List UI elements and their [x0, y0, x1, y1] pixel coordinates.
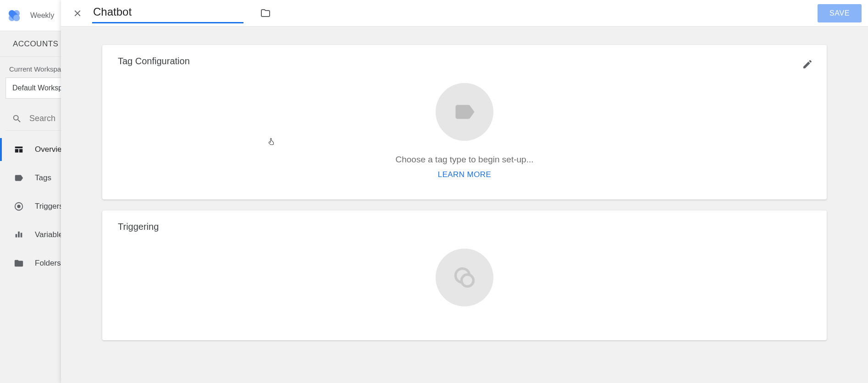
folder-outline-icon — [260, 8, 271, 19]
search-placeholder: Search — [29, 114, 55, 123]
nav-item-label: Folders — [35, 259, 61, 268]
card-title: Triggering — [118, 222, 159, 232]
svg-point-4 — [17, 205, 20, 208]
svg-point-6 — [462, 275, 474, 287]
search-icon — [12, 114, 22, 124]
tag-editor-panel: SAVE Tag Configuration Choose a tag type… — [61, 0, 868, 383]
learn-more-link[interactable]: LEARN MORE — [438, 170, 491, 179]
pencil-icon — [802, 59, 813, 70]
folder-icon — [14, 258, 24, 268]
save-button[interactable]: SAVE — [818, 4, 862, 22]
card-title: Tag Configuration — [118, 56, 190, 67]
close-icon — [72, 8, 83, 18]
trigger-icon — [14, 201, 24, 211]
tag-placeholder-icon — [453, 100, 476, 124]
gtm-logo — [6, 8, 22, 23]
trigger-placeholder-icon-circle — [436, 249, 493, 306]
tag-configuration-card[interactable]: Tag Configuration Choose a tag type to b… — [102, 45, 827, 200]
nav-item-label: Triggers — [35, 202, 63, 211]
edit-button[interactable] — [798, 55, 817, 73]
panel-header: SAVE — [61, 0, 868, 27]
tag-icon — [14, 173, 24, 183]
nav-item-label: Tags — [35, 173, 51, 183]
panel-body: Tag Configuration Choose a tag type to b… — [61, 27, 868, 383]
close-button[interactable] — [67, 3, 88, 23]
app-topbar-title: Weekly — [30, 11, 54, 20]
tag-placeholder-icon-circle — [436, 83, 493, 141]
variables-icon — [14, 230, 24, 240]
tag-config-hint: Choose a tag type to begin set-up... — [395, 155, 533, 165]
tag-name-input[interactable] — [92, 3, 243, 23]
triggering-card[interactable]: Triggering — [102, 211, 827, 340]
folder-button[interactable] — [255, 3, 276, 23]
dashboard-icon — [14, 144, 24, 155]
trigger-placeholder-icon — [453, 266, 476, 289]
